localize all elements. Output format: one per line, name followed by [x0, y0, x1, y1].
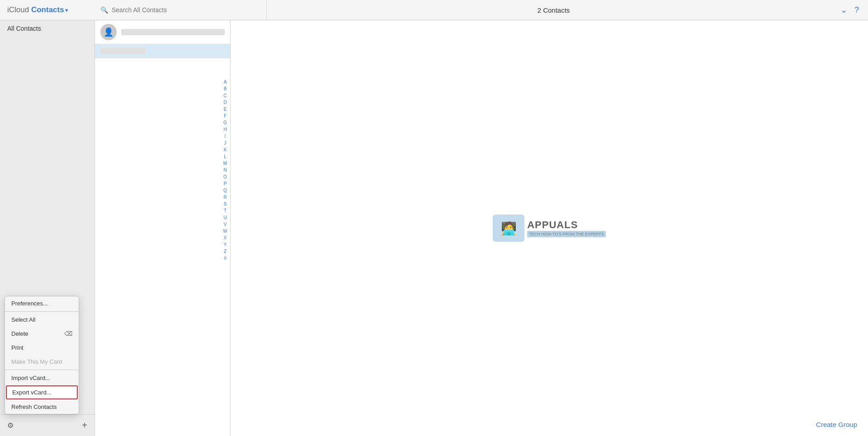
alpha-letter-h[interactable]: H: [222, 127, 228, 133]
contact-name-2: [100, 48, 146, 54]
search-area: 🔍: [95, 0, 267, 20]
context-menu: Preferences... Select All Delete ⌫ Print…: [5, 296, 79, 414]
contact-name-1: [121, 29, 225, 35]
search-input[interactable]: [112, 6, 261, 14]
sidebar-footer: ⚙ +: [0, 414, 94, 436]
appuals-subtitle: TECH HOW-TO'S FROM THE EXPERTS: [527, 231, 606, 237]
alpha-letter-m[interactable]: M: [222, 160, 228, 167]
gear-icon: ⚙: [7, 422, 14, 429]
alpha-letter-v[interactable]: V: [222, 221, 228, 228]
contact-card-1[interactable]: 👤: [95, 20, 230, 44]
detail-bottom: Create Group: [805, 413, 868, 436]
alpha-letter-i[interactable]: I: [222, 133, 228, 140]
alpha-letter-w[interactable]: W: [222, 228, 228, 234]
alpha-letter-j[interactable]: J: [222, 140, 228, 146]
alpha-letter-u[interactable]: U: [222, 215, 228, 221]
menu-item-import-vcard[interactable]: Import vCard...: [5, 371, 79, 385]
help-icon[interactable]: ?: [854, 5, 859, 15]
person-icon: 👤: [104, 27, 113, 37]
appuals-character-icon: 🧑‍💻: [501, 221, 517, 236]
alpha-letter-a[interactable]: A: [222, 79, 228, 85]
alpha-letter-q[interactable]: Q: [222, 188, 228, 194]
sidebar-item-all-contacts[interactable]: All Contacts: [0, 20, 94, 37]
alpha-letter-l[interactable]: L: [222, 154, 228, 160]
alpha-letter-x[interactable]: X: [222, 235, 228, 241]
alpha-letter-p[interactable]: P: [222, 181, 228, 187]
appuals-figure: 🧑‍💻: [493, 215, 524, 242]
menu-item-print[interactable]: Print: [5, 341, 79, 355]
gear-button[interactable]: ⚙: [7, 421, 14, 430]
contact-card-2[interactable]: [95, 44, 230, 58]
contacts-brand[interactable]: Contacts: [31, 5, 64, 14]
menu-item-delete[interactable]: Delete ⌫: [5, 327, 79, 341]
alphabet-index: ABCDEFGHIJKLMNOPQRSTUVWXYZ#: [222, 79, 228, 427]
alpha-letter-f[interactable]: F: [222, 113, 228, 119]
menu-item-select-all[interactable]: Select All: [5, 313, 79, 327]
alpha-letter-k[interactable]: K: [222, 147, 228, 153]
menu-item-refresh-contacts[interactable]: Refresh Contacts: [5, 400, 79, 414]
search-icon: 🔍: [100, 6, 108, 14]
alpha-letter-s[interactable]: S: [222, 201, 228, 207]
alpha-letter-r[interactable]: R: [222, 194, 228, 201]
menu-item-preferences[interactable]: Preferences...: [5, 296, 79, 310]
menu-item-export-vcard[interactable]: Export vCard...: [6, 385, 78, 399]
alpha-letter-#[interactable]: #: [222, 255, 228, 262]
menu-separator-2: [5, 370, 79, 370]
main-layout: All Contacts Preferences... Select All D…: [0, 20, 868, 436]
top-bar: iCloud Contacts ▾ 🔍 2 Contacts ⌄ ?: [0, 0, 868, 20]
contacts-count: 2 Contacts: [267, 6, 840, 14]
add-contact-button[interactable]: +: [82, 420, 87, 431]
alpha-letter-z[interactable]: Z: [222, 248, 228, 255]
alpha-letter-e[interactable]: E: [222, 106, 228, 113]
alpha-letter-n[interactable]: N: [222, 167, 228, 173]
appuals-logo: 🧑‍💻 APPUALS TECH HOW-TO'S FROM THE EXPER…: [493, 215, 606, 242]
appuals-title: APPUALS: [527, 219, 606, 231]
menu-separator-1: [5, 311, 79, 312]
alpha-letter-g[interactable]: G: [222, 120, 228, 126]
contact-avatar-1: 👤: [100, 24, 117, 40]
brand-dropdown-icon[interactable]: ▾: [65, 7, 68, 14]
contacts-panel: 👤 ABCDEFGHIJKLMNOPQRSTUVWXYZ#: [95, 20, 231, 436]
create-group-button[interactable]: Create Group: [816, 421, 857, 428]
top-bar-right: ⌄ ?: [840, 5, 868, 15]
plus-icon: +: [82, 420, 87, 430]
brand-area: iCloud Contacts ▾: [0, 5, 95, 14]
alpha-letter-b[interactable]: B: [222, 86, 228, 92]
alpha-letter-y[interactable]: Y: [222, 242, 228, 248]
alpha-letter-t[interactable]: T: [222, 208, 228, 214]
detail-panel: 🧑‍💻 APPUALS TECH HOW-TO'S FROM THE EXPER…: [231, 20, 868, 436]
delete-backspace-icon: ⌫: [64, 330, 72, 337]
appuals-text-block: APPUALS TECH HOW-TO'S FROM THE EXPERTS: [527, 219, 606, 237]
sidebar: All Contacts Preferences... Select All D…: [0, 20, 95, 436]
menu-item-make-my-card: Make This My Card: [5, 355, 79, 369]
icloud-logo: iCloud Contacts: [7, 5, 64, 14]
chevron-down-icon[interactable]: ⌄: [840, 5, 847, 15]
alpha-letter-o[interactable]: O: [222, 174, 228, 180]
alpha-letter-d[interactable]: D: [222, 99, 228, 106]
alpha-letter-c[interactable]: C: [222, 93, 228, 99]
